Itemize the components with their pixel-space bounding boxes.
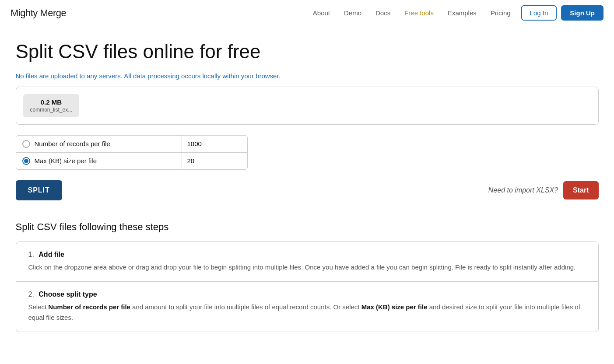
records-input[interactable] xyxy=(182,136,247,152)
nav-pricing[interactable]: Pricing xyxy=(491,9,511,17)
records-option-row[interactable]: Number of records per file xyxy=(16,136,247,153)
kb-label[interactable]: Max (KB) size per file xyxy=(16,153,182,169)
steps-heading: Split CSV files following these steps xyxy=(16,221,599,233)
kb-radio[interactable] xyxy=(22,157,30,165)
xlsx-section: Need to import XLSX? Start xyxy=(488,181,599,200)
step-2-number: 2. xyxy=(28,290,34,298)
records-label[interactable]: Number of records per file xyxy=(16,136,182,152)
login-button[interactable]: Log In xyxy=(521,5,557,21)
signup-button[interactable]: Sign Up xyxy=(561,5,603,21)
nav-free-tools[interactable]: Free tools xyxy=(404,9,434,17)
nav-links: About Demo Docs Free tools Examples Pric… xyxy=(313,9,511,17)
privacy-note: No files are uploaded to any servers. Al… xyxy=(16,72,599,80)
main-content: Split CSV files online for free No files… xyxy=(5,26,609,350)
step-1: 1. Add file Click on the dropzone area a… xyxy=(16,242,598,282)
split-button[interactable]: SPLIT xyxy=(16,180,62,200)
navbar: Mighty Merge About Demo Docs Free tools … xyxy=(0,0,614,26)
nav-examples[interactable]: Examples xyxy=(448,9,477,17)
nav-docs[interactable]: Docs xyxy=(375,9,390,17)
steps-container: 1. Add file Click on the dropzone area a… xyxy=(16,242,599,332)
nav-demo[interactable]: Demo xyxy=(344,9,361,17)
nav-about[interactable]: About xyxy=(313,9,330,17)
records-radio[interactable] xyxy=(22,140,30,148)
step-1-label: Add file xyxy=(39,251,64,258)
kb-option-row[interactable]: Max (KB) size per file xyxy=(16,153,247,169)
step-2-label: Choose split type xyxy=(39,290,97,298)
step-1-number: 1. xyxy=(28,251,34,258)
step-1-title: 1. Add file xyxy=(28,251,586,259)
file-chip: 0.2 MB common_list_ex... xyxy=(23,94,80,117)
file-name: common_list_ex... xyxy=(30,107,73,113)
start-button[interactable]: Start xyxy=(563,181,598,200)
step-2-desc: Select Number of records per file and am… xyxy=(28,302,586,323)
xlsx-note: Need to import XLSX? xyxy=(488,186,558,194)
step-2: 2. Choose split type Select Number of re… xyxy=(16,282,598,332)
dropzone[interactable]: 0.2 MB common_list_ex... xyxy=(16,87,599,125)
kb-input[interactable] xyxy=(182,153,247,169)
site-logo[interactable]: Mighty Merge xyxy=(11,7,66,19)
file-size: 0.2 MB xyxy=(41,98,62,106)
page-title: Split CSV files online for free xyxy=(16,40,599,63)
actions-row: SPLIT Need to import XLSX? Start xyxy=(16,180,599,200)
options-table: Number of records per file Max (KB) size… xyxy=(16,135,248,170)
step-1-desc: Click on the dropzone area above or drag… xyxy=(28,262,586,273)
step-2-title: 2. Choose split type xyxy=(28,290,586,298)
